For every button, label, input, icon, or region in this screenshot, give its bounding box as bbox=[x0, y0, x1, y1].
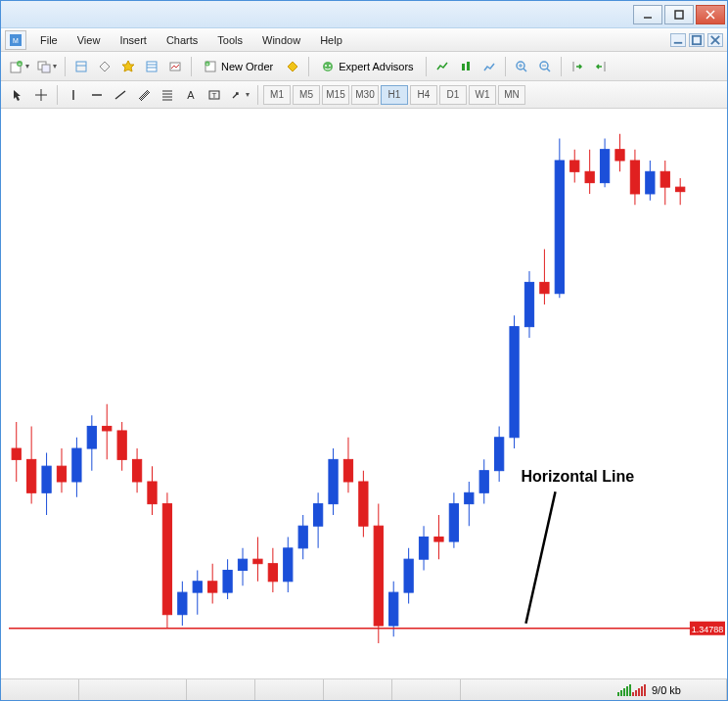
metaeditor-button[interactable] bbox=[282, 56, 303, 77]
menu-charts[interactable]: Charts bbox=[157, 31, 207, 49]
new-order-button[interactable]: +New Order bbox=[197, 56, 280, 77]
svg-text:+: + bbox=[18, 61, 22, 67]
menu-tools[interactable]: Tools bbox=[207, 31, 252, 49]
text-button[interactable]: A bbox=[180, 84, 202, 106]
maximize-button[interactable] bbox=[664, 5, 694, 24]
timeframe-m1[interactable]: M1 bbox=[263, 85, 291, 105]
status-cell-3 bbox=[187, 679, 255, 700]
navigator-button[interactable] bbox=[117, 56, 139, 77]
svg-rect-122 bbox=[524, 282, 533, 326]
svg-rect-138 bbox=[646, 171, 655, 194]
svg-line-30 bbox=[523, 69, 526, 71]
crosshair-button[interactable] bbox=[30, 84, 52, 106]
menu-view[interactable]: View bbox=[68, 31, 111, 49]
status-cell-1 bbox=[1, 679, 79, 700]
menu-file[interactable]: File bbox=[30, 31, 68, 49]
toolbar-drawing: A T ▾ M1 M5 M15 M30 H1 H4 D1 W1 MN bbox=[1, 81, 727, 109]
arrows-button[interactable]: ▾ bbox=[227, 84, 252, 106]
svg-rect-66 bbox=[103, 426, 112, 431]
equidistant-channel-button[interactable] bbox=[133, 84, 155, 106]
svg-rect-102 bbox=[374, 526, 383, 626]
timeframe-h1[interactable]: H1 bbox=[381, 85, 408, 105]
svg-point-25 bbox=[325, 65, 327, 67]
svg-rect-98 bbox=[343, 459, 352, 482]
strategy-tester-button[interactable] bbox=[164, 56, 186, 77]
svg-rect-27 bbox=[462, 64, 465, 70]
indicators-button[interactable] bbox=[432, 56, 453, 77]
menubar: M File View Insert Charts Tools Window H… bbox=[1, 28, 727, 52]
svg-rect-100 bbox=[359, 482, 368, 526]
timeframe-m30[interactable]: M30 bbox=[351, 85, 379, 105]
svg-rect-74 bbox=[162, 504, 171, 615]
svg-rect-54 bbox=[12, 448, 21, 459]
trendline-button[interactable] bbox=[110, 84, 131, 106]
svg-rect-104 bbox=[389, 592, 398, 626]
svg-rect-17 bbox=[147, 62, 157, 71]
svg-rect-140 bbox=[660, 171, 669, 187]
svg-line-42 bbox=[115, 91, 125, 99]
minimize-button[interactable] bbox=[633, 5, 662, 24]
auto-scroll-button[interactable] bbox=[567, 56, 588, 77]
menu-window[interactable]: Window bbox=[252, 31, 310, 49]
connection-label: 9/0 kb bbox=[652, 684, 681, 696]
svg-rect-112 bbox=[449, 504, 458, 541]
svg-rect-72 bbox=[148, 482, 157, 504]
text-label-button[interactable]: T bbox=[204, 84, 225, 106]
svg-rect-118 bbox=[495, 438, 504, 471]
svg-text:+: + bbox=[206, 61, 209, 67]
menu-insert[interactable]: Insert bbox=[110, 31, 157, 49]
timeframe-m5[interactable]: M5 bbox=[293, 85, 320, 105]
zoom-in-button[interactable] bbox=[511, 56, 532, 77]
menu-help[interactable]: Help bbox=[310, 31, 352, 49]
mdi-minimize-button[interactable] bbox=[670, 33, 686, 47]
new-chart-button[interactable]: +▾ bbox=[7, 56, 32, 77]
candlestick-chart[interactable]: 1.34788Horizontal Line bbox=[1, 109, 727, 678]
svg-rect-86 bbox=[253, 559, 262, 564]
app-window: M File View Insert Charts Tools Window H… bbox=[0, 0, 728, 701]
svg-rect-80 bbox=[208, 582, 217, 592]
svg-line-45 bbox=[141, 92, 150, 101]
zoom-out-button[interactable] bbox=[534, 56, 556, 77]
svg-rect-88 bbox=[268, 564, 277, 582]
chart-area[interactable]: 1.34788Horizontal Line bbox=[1, 109, 727, 678]
data-window-button[interactable] bbox=[94, 56, 115, 77]
vertical-line-button[interactable] bbox=[63, 84, 84, 106]
periods-button[interactable] bbox=[455, 56, 477, 77]
expert-advisors-button[interactable]: Expert Advisors bbox=[314, 56, 420, 77]
cursor-button[interactable] bbox=[7, 84, 28, 106]
svg-rect-130 bbox=[585, 171, 594, 182]
svg-line-43 bbox=[139, 90, 148, 99]
titlebar bbox=[1, 1, 727, 28]
svg-rect-132 bbox=[600, 150, 609, 183]
timeframe-m15[interactable]: M15 bbox=[322, 85, 349, 105]
svg-rect-60 bbox=[57, 466, 66, 482]
connection-status[interactable]: 9/0 kb bbox=[610, 679, 727, 700]
app-icon: M bbox=[5, 30, 26, 50]
templates-button[interactable] bbox=[478, 56, 500, 77]
fibonacci-button[interactable] bbox=[157, 84, 178, 106]
svg-rect-142 bbox=[676, 187, 685, 192]
svg-line-34 bbox=[547, 69, 550, 71]
svg-rect-78 bbox=[193, 582, 202, 592]
statusbar: 9/0 kb bbox=[1, 678, 727, 700]
connection-bars-icon bbox=[617, 684, 646, 696]
svg-rect-58 bbox=[42, 466, 51, 492]
profiles-button[interactable]: ▾ bbox=[34, 56, 60, 77]
horizontal-line-button[interactable] bbox=[86, 84, 108, 106]
mdi-restore-button[interactable] bbox=[689, 33, 705, 47]
chart-shift-button[interactable] bbox=[590, 56, 612, 77]
mdi-close-button[interactable] bbox=[707, 33, 723, 47]
svg-rect-126 bbox=[555, 161, 564, 294]
close-button[interactable] bbox=[696, 5, 725, 24]
timeframe-d1[interactable]: D1 bbox=[439, 85, 467, 105]
svg-rect-90 bbox=[284, 548, 293, 582]
timeframe-h4[interactable]: H4 bbox=[410, 85, 437, 105]
timeframe-w1[interactable]: W1 bbox=[469, 85, 496, 105]
svg-point-26 bbox=[329, 65, 331, 67]
svg-text:T: T bbox=[212, 91, 217, 100]
market-watch-button[interactable] bbox=[70, 56, 92, 77]
terminal-button[interactable] bbox=[141, 56, 162, 77]
svg-rect-114 bbox=[465, 492, 474, 503]
svg-rect-116 bbox=[479, 471, 488, 493]
timeframe-mn[interactable]: MN bbox=[498, 85, 525, 105]
